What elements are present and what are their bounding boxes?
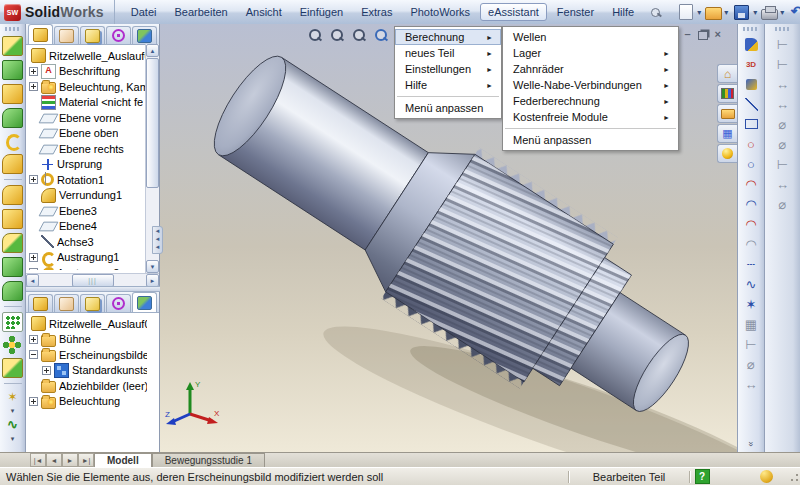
reference-geometry-icon[interactable]: ✶ xyxy=(3,389,22,407)
curve-icon[interactable]: ∿ xyxy=(3,417,22,435)
expand-toggle[interactable] xyxy=(29,335,38,344)
menu-datei[interactable]: Datei xyxy=(123,3,165,21)
collapse-toggle[interactable] xyxy=(29,350,38,359)
tree-item-beleuchtung2[interactable]: Beleuchtung xyxy=(29,394,147,410)
chamfer-dimension-icon[interactable]: ⊢ xyxy=(773,155,792,174)
tree-item-ebene-vorne[interactable]: Ebene vorne xyxy=(29,110,147,126)
submenu-item-zahnraeder[interactable]: Zahnräder► xyxy=(503,61,678,77)
tree-item-austragung1[interactable]: Austragung1 xyxy=(29,250,147,266)
doc-restore-button[interactable] xyxy=(698,31,708,40)
tree-item-beschriftung[interactable]: ABeschriftung xyxy=(29,64,147,80)
doc-minimize-button[interactable]: – xyxy=(684,28,690,40)
tab-design-library[interactable] xyxy=(717,84,737,103)
lofted-boss-icon[interactable] xyxy=(2,154,23,174)
more-buttons-chevron-icon[interactable]: » xyxy=(746,441,756,446)
menu-einfuegen[interactable]: Einfügen xyxy=(292,3,351,21)
save-caret-icon[interactable]: ▾ xyxy=(753,8,757,17)
zoom-fit-icon[interactable] xyxy=(306,27,324,43)
convert-entities-icon[interactable]: ⌀ xyxy=(742,355,761,374)
tree-item-buehne[interactable]: Bühne xyxy=(29,332,147,348)
chamfer-icon[interactable] xyxy=(2,209,23,229)
toolbar-grip[interactable] xyxy=(743,27,759,31)
3-point-arc-icon[interactable]: ◠ xyxy=(742,195,761,214)
submenu-item-lager[interactable]: Lager► xyxy=(503,45,678,61)
quick-tips-icon[interactable]: ? xyxy=(690,469,714,484)
tree-root[interactable]: Ritzelwelle_Auslauf04 xyxy=(29,48,147,64)
rotate-view-icon[interactable] xyxy=(372,27,390,43)
dimension-palette-icon[interactable]: ⌀ xyxy=(773,195,792,214)
doc-close-button[interactable]: × xyxy=(715,28,721,40)
tab-propertymanager[interactable] xyxy=(54,26,79,44)
line-icon[interactable] xyxy=(742,95,761,114)
tree-item-material[interactable]: Material <nicht fe xyxy=(29,95,147,111)
tree-item-standardkunststoff[interactable]: Standardkunststo xyxy=(29,363,147,379)
menu-item-menue-anpassen[interactable]: Menü anpassen xyxy=(395,100,501,116)
tree-item-ebene-rechts[interactable]: Ebene rechts xyxy=(29,141,147,157)
menu-fenster[interactable]: Fenster xyxy=(549,3,602,21)
tree-item-achse3[interactable]: Achse3 xyxy=(29,234,147,250)
menu-item-neues-teil[interactable]: neues Teil► xyxy=(395,45,501,61)
tree-item-verrundung1[interactable]: Verrundung1 xyxy=(29,188,147,204)
display-tree-root[interactable]: Ritzelwelle_Auslauf04200 xyxy=(29,316,147,332)
tree-item-abziehbilder[interactable]: Abziehbilder (leer) xyxy=(29,378,147,394)
open-icon[interactable] xyxy=(705,7,722,20)
tangent-arc-icon[interactable]: ◠ xyxy=(742,215,761,234)
save-icon[interactable] xyxy=(734,5,749,20)
centerline-icon[interactable]: ┄ xyxy=(742,255,761,274)
offset-entities-icon[interactable]: ↔ xyxy=(742,375,761,394)
submenu-item-kostenfreie-module[interactable]: Kostenfreie Module► xyxy=(503,109,678,125)
perimeter-circle-icon[interactable]: ○ xyxy=(742,155,761,174)
tree-item-ebene3[interactable]: Ebene3 xyxy=(29,203,147,219)
print-caret-icon[interactable]: ▾ xyxy=(780,8,784,17)
circular-pattern-icon[interactable] xyxy=(3,336,22,354)
point-icon[interactable]: ✶ xyxy=(742,295,761,314)
toolbar-grip[interactable] xyxy=(775,27,791,31)
tab-featuremanager-2[interactable] xyxy=(28,294,53,312)
sketch-fillet-icon[interactable]: ◠ xyxy=(742,235,761,254)
curve-caret-icon[interactable]: ▾ xyxy=(11,435,15,443)
expand-toggle[interactable] xyxy=(42,366,51,375)
first-tab-button[interactable]: |◄ xyxy=(30,453,46,467)
swept-boss-icon[interactable] xyxy=(3,132,22,150)
revolved-boss-icon[interactable] xyxy=(2,84,23,104)
menu-photoworks[interactable]: PhotoWorks xyxy=(402,3,478,21)
baseline-dimension-icon[interactable]: ↔ xyxy=(773,75,792,94)
next-tab-button[interactable]: ► xyxy=(62,453,78,467)
submenu-item-menue-anpassen[interactable]: Menü anpassen xyxy=(503,132,678,148)
rectangle-icon[interactable] xyxy=(742,115,761,134)
tree-item-beleuchtung[interactable]: Beleuchtung, Kam xyxy=(29,79,147,95)
toolbar-grip[interactable] xyxy=(5,27,21,31)
tab-dimxpertmanager[interactable] xyxy=(106,26,131,44)
open-caret-icon[interactable]: ▾ xyxy=(724,8,728,17)
tree-item-ebene4[interactable]: Ebene4 xyxy=(29,219,147,235)
tab-file-explorer[interactable] xyxy=(717,104,737,123)
submenu-item-federberechnung[interactable]: Federberechnung► xyxy=(503,93,678,109)
zoom-area-icon[interactable] xyxy=(328,27,346,43)
panel-collapse-handle[interactable]: ◄◄◄ xyxy=(152,226,163,254)
submenu-item-welle-nabe[interactable]: Welle-Nabe-Verbindungen► xyxy=(503,77,678,93)
3d-sketch-icon[interactable]: 3D xyxy=(742,55,761,74)
horizontal-ordinate-icon[interactable]: ⌀ xyxy=(773,115,792,134)
menu-extras[interactable]: Extras xyxy=(353,3,400,21)
expand-toggle[interactable] xyxy=(29,82,38,91)
menu-pin-icon[interactable] xyxy=(650,7,661,18)
menu-bearbeiten[interactable]: Bearbeiten xyxy=(166,3,235,21)
reference-geometry-caret-icon[interactable]: ▾ xyxy=(11,407,15,415)
tab-solidworks-resources[interactable]: ⌂ xyxy=(717,64,737,83)
mirror-entities-icon[interactable]: ⊢ xyxy=(742,335,761,354)
extruded-cut-icon[interactable] xyxy=(2,60,23,80)
prev-tab-button[interactable]: ◄ xyxy=(46,453,62,467)
tree-item-rotation1[interactable]: Rotation1 xyxy=(29,172,147,188)
smart-dimension-icon[interactable] xyxy=(742,75,761,94)
rib-icon[interactable] xyxy=(2,281,23,301)
print-icon[interactable] xyxy=(761,9,778,20)
tab-photoworks[interactable] xyxy=(717,144,737,163)
tab-displaymanager-2[interactable] xyxy=(132,292,157,312)
tab-bewegungsstudie[interactable]: Bewegungsstudie 1 xyxy=(152,453,265,467)
mirror-icon[interactable] xyxy=(2,358,23,378)
fillet-icon[interactable] xyxy=(2,185,23,205)
menu-hilfe[interactable]: Hilfe xyxy=(604,3,642,21)
scroll-down-button[interactable]: ▼ xyxy=(146,260,159,273)
new-document-icon[interactable] xyxy=(679,4,693,20)
vertical-dimension-icon[interactable]: ⊢ xyxy=(773,55,792,74)
